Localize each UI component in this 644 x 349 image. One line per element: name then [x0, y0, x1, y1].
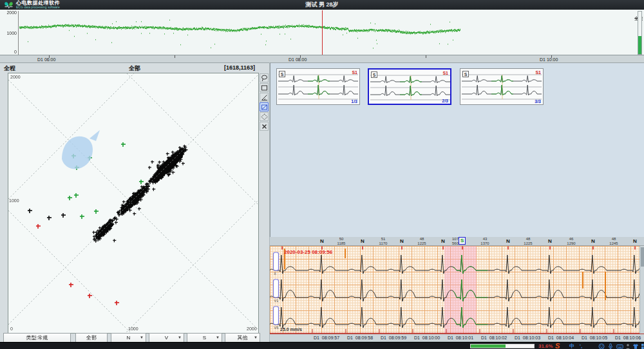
beat-label[interactable]: N [441, 238, 445, 244]
template-class-label: S1 [352, 70, 357, 75]
ime-language-icon[interactable]: 中 [568, 343, 576, 349]
svg-text:II: II [274, 272, 277, 276]
ecg-grid[interactable]: IIV1V5 2020-03-25 08:09:56 25.0 mm/s [270, 246, 639, 334]
trend-y-tick-2000: 2000 [1, 10, 17, 15]
filter-button-6[interactable]: 其他▼ [225, 333, 260, 343]
time-axis-label: D1 08:10:04 [548, 335, 574, 340]
poincare-cursor-coords: [1618,1163] [224, 64, 255, 71]
angle-measure-tool-icon[interactable] [260, 93, 269, 102]
ime-punctuation-icon[interactable]: ’, [577, 343, 585, 349]
chevron-down-icon: ▼ [254, 333, 258, 343]
interval-annotation: 481225 [518, 237, 538, 246]
filter-button-label: V [165, 335, 168, 341]
rr-interval-value: 1370 [475, 241, 495, 246]
trend-axis-tick [175, 55, 175, 58]
lasso-tool-icon[interactable] [260, 73, 269, 82]
trend-x-axis: D1 06:00 D1 08:00 D1 10:00 [0, 55, 644, 62]
rr-interval-value: 1290 [562, 241, 581, 246]
filter-button-1[interactable]: 类型:常规 [3, 333, 71, 343]
diamond-select-tool-icon[interactable] [260, 112, 269, 121]
poincare-plot[interactable]: 2000 1000 0 1000 2000 [8, 73, 259, 334]
rect-select-tool-icon[interactable] [260, 83, 269, 92]
paper-speed-label: 25.0 mm/s [280, 327, 302, 332]
trend-x-tick: D1 06:00 [37, 57, 55, 62]
strip-scrollbar[interactable] [639, 246, 644, 334]
time-axis-label: D1 08:09:58 [347, 335, 373, 340]
interval-annotation: 511170 [374, 237, 393, 246]
lasso-selection-blob[interactable] [62, 130, 100, 169]
beat-label[interactable]: N [591, 238, 595, 244]
filter-button-3[interactable]: N▼ [111, 333, 146, 343]
trend-scrollbar-thumb[interactable] [638, 36, 641, 54]
time-axis-label: D1 08:10:06 [615, 335, 641, 340]
filter-button-4[interactable]: V▼ [149, 333, 184, 343]
poincare-panel: 全程 全部 [1618,1163] 2000 1000 0 1000 2000 [0, 62, 269, 344]
template-card-3[interactable]: S S1 3/3 [460, 68, 544, 105]
rr-interval-value: 560 [446, 241, 465, 246]
progress-percent: 31.6% [538, 343, 553, 349]
ime-brand-icon[interactable]: S [555, 342, 560, 349]
template-waveform [278, 73, 358, 101]
filter-button-label: 全部 [86, 334, 97, 341]
template-card-1[interactable]: S S1 1/3 [276, 68, 360, 105]
time-axis-label: D1 08:10:05 [582, 335, 607, 340]
time-axis-label: D1 08:10:01 [448, 335, 473, 340]
time-axis-label: D1 08:10:00 [414, 335, 440, 340]
trend-cursor-line[interactable] [322, 10, 323, 55]
patient-info: 测试 男 28岁 [0, 0, 644, 10]
beat-label[interactable]: N [506, 238, 510, 244]
trend-axis-tick [300, 55, 301, 58]
keyboard-icon[interactable] [616, 343, 623, 349]
filter-button-5[interactable]: S▼ [187, 333, 222, 343]
filter-button-label: 其他 [238, 334, 248, 341]
trend-y-tick-1000: 1000 [1, 31, 17, 35]
progress-fill [471, 344, 506, 348]
microphone-icon[interactable] [607, 343, 614, 349]
beat-type-badge: S [371, 71, 377, 78]
grid-menu-icon[interactable] [640, 343, 644, 349]
strip-timestamp: 2020-03-25 08:09:56 [284, 249, 332, 255]
heart-rate-value: 107 [446, 237, 465, 241]
beat-type-badge: S [462, 71, 469, 77]
poincare-overlay [8, 73, 258, 333]
time-axis-label: D1 08:09:57 [314, 335, 339, 340]
title-bar: 心电数据处理软件 ECG data processing software 测试… [0, 0, 644, 10]
beat-label[interactable]: N [633, 238, 637, 244]
beat-label[interactable]: N [361, 238, 365, 244]
beat-label[interactable]: N [320, 238, 324, 244]
template-waveform [370, 73, 450, 102]
filter-button-label: N [127, 335, 131, 341]
interval-annotation: 107560 [446, 237, 465, 246]
template-waveform [462, 73, 542, 101]
interval-annotation: 481225 [412, 237, 431, 246]
rr-interval-value: 1185 [332, 241, 351, 246]
template-box-tool-icon[interactable] [260, 102, 269, 111]
interval-annotation: 461290 [562, 237, 581, 246]
strip-scrollbar-thumb[interactable] [641, 247, 644, 267]
rr-trend-plot[interactable]: 2000 1000 0 全程 [0, 10, 644, 55]
beat-label[interactable]: N [400, 238, 404, 244]
rr-interval-value: 1225 [518, 241, 538, 246]
template-card-2[interactable]: S S1 2/3 [368, 68, 451, 105]
interval-annotation: 501185 [332, 237, 351, 246]
delete-tool-icon[interactable] [260, 122, 269, 131]
rr-interval-value: 1245 [604, 241, 623, 246]
filter-button-2[interactable]: 全部 [75, 333, 108, 343]
strip-time-axis: D1 08:09:57D1 08:09:58D1 08:09:59D1 08:1… [270, 334, 644, 341]
interval-annotation: 431370 [475, 237, 495, 246]
filter-button-label: 类型:常规 [26, 334, 48, 341]
beat-label[interactable]: N [548, 238, 552, 244]
emoji-icon[interactable] [598, 343, 605, 349]
app-window: 心电数据处理软件 ECG data processing software 测试… [0, 0, 644, 349]
poincare-x-label-2000: 2000 [247, 326, 257, 331]
toolbox-person-icon[interactable] [624, 343, 632, 349]
trend-scrollbar[interactable] [638, 11, 642, 55]
heart-rate-value: 48 [412, 237, 431, 241]
skin-shirt-icon[interactable] [632, 343, 639, 349]
chevron-down-icon: ▼ [216, 333, 220, 343]
rr-interval-value: 1170 [374, 241, 393, 246]
svg-text:V1: V1 [274, 299, 279, 303]
beat-annotation-header: NNNNSNNNN5011855111704812251075604313704… [270, 237, 644, 246]
rr-interval-value: 1225 [412, 241, 431, 246]
plot-toolbar [260, 73, 269, 131]
